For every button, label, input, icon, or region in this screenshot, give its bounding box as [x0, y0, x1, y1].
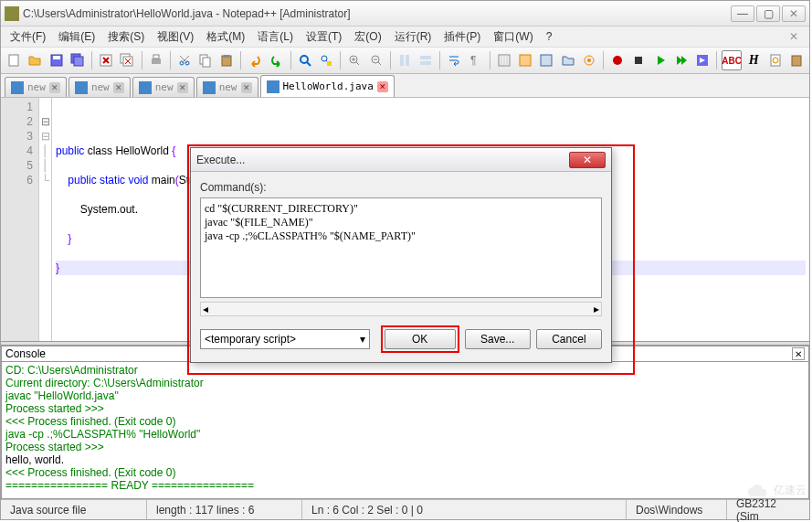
svg-rect-13: [203, 58, 210, 67]
tab-bar: new✕ new✕ new✕ new✕ HelloWorld.java✕: [1, 74, 809, 98]
svg-rect-27: [520, 55, 531, 66]
tab-close-icon[interactable]: ✕: [49, 82, 60, 93]
commands-textarea[interactable]: [200, 197, 602, 298]
clipboard-history-icon[interactable]: [787, 50, 806, 70]
menu-search[interactable]: 搜索(S): [102, 27, 150, 47]
ok-button[interactable]: OK: [385, 329, 456, 349]
dialog-titlebar[interactable]: Execute... ✕: [191, 148, 611, 172]
svg-rect-22: [406, 55, 409, 66]
file-icon: [75, 81, 88, 94]
menu-help[interactable]: ?: [541, 28, 558, 45]
console-output[interactable]: CD: C:\Users\Administrator Current direc…: [1, 362, 809, 499]
save-all-icon[interactable]: [69, 50, 87, 70]
undo-icon[interactable]: [246, 50, 264, 70]
zoom-in-icon[interactable]: [345, 50, 364, 70]
cut-icon[interactable]: [175, 50, 194, 70]
maximize-button[interactable]: ▢: [756, 5, 780, 22]
menu-edit[interactable]: 编辑(E): [53, 27, 100, 47]
print-icon[interactable]: [146, 50, 164, 70]
tab-close-icon[interactable]: ✕: [177, 82, 188, 93]
titlebar: C:\Users\Administrator\HelloWorld.java -…: [1, 1, 809, 27]
play-macro-icon[interactable]: [650, 50, 669, 70]
sync-v-icon[interactable]: [395, 50, 414, 70]
status-length: length : 117 lines : 6: [147, 500, 302, 519]
tab-close-icon[interactable]: ✕: [241, 82, 252, 93]
menu-settings[interactable]: 设置(T): [301, 27, 347, 47]
svg-rect-0: [9, 55, 18, 66]
find-icon[interactable]: [296, 50, 314, 70]
hidden-chars-icon[interactable]: ¶: [466, 50, 484, 70]
tab-new-1[interactable]: new✕: [5, 77, 67, 97]
svg-rect-4: [74, 57, 83, 66]
file-icon: [267, 80, 279, 93]
paste-icon[interactable]: [217, 50, 236, 70]
toolbar: ¶ ABC H: [1, 47, 809, 74]
play-multi-icon[interactable]: [672, 50, 691, 70]
file-icon: [203, 81, 216, 94]
tab-new-2[interactable]: new✕: [69, 77, 131, 97]
minimize-button[interactable]: —: [731, 5, 754, 22]
status-eol: Dos\Windows: [627, 500, 727, 519]
copy-icon[interactable]: [196, 50, 215, 70]
svg-point-31: [613, 56, 622, 65]
script-select[interactable]: <temporary script>▾: [200, 329, 370, 349]
menu-macro[interactable]: 宏(O): [349, 27, 386, 47]
svg-rect-23: [420, 56, 431, 59]
tab-helloworld[interactable]: HelloWorld.java✕: [260, 75, 395, 97]
indent-guide-icon[interactable]: [495, 50, 513, 70]
tab-close-icon[interactable]: ✕: [377, 81, 388, 92]
save-button[interactable]: Save...: [465, 329, 531, 349]
svg-rect-2: [53, 56, 60, 59]
record-macro-icon[interactable]: [608, 50, 627, 70]
commands-label: Command(s):: [200, 181, 602, 194]
svg-rect-28: [541, 55, 552, 66]
save-macro-icon[interactable]: [693, 50, 712, 70]
status-filetype: Java source file: [1, 500, 147, 519]
close-all-icon[interactable]: [118, 50, 136, 70]
textarea-scrollbar[interactable]: ◂▸: [200, 302, 602, 316]
monitor-icon[interactable]: [580, 50, 598, 70]
console-close-icon[interactable]: ✕: [792, 347, 805, 360]
spellcheck-icon[interactable]: ABC: [722, 50, 742, 70]
file-icon: [139, 81, 152, 94]
menu-language[interactable]: 语言(L): [252, 27, 299, 47]
new-file-icon[interactable]: [5, 50, 23, 70]
menu-close-icon[interactable]: ✕: [789, 30, 806, 43]
svg-rect-21: [400, 55, 404, 66]
zoom-out-icon[interactable]: [367, 50, 385, 70]
menu-plugins[interactable]: 插件(P): [438, 27, 486, 47]
close-file-icon[interactable]: [97, 50, 115, 70]
app-icon: [5, 6, 19, 21]
svg-rect-18: [327, 61, 332, 66]
scroll-past-icon[interactable]: [765, 50, 784, 70]
redo-icon[interactable]: [268, 50, 286, 70]
tab-new-4[interactable]: new✕: [196, 77, 258, 97]
dialog-close-button[interactable]: ✕: [569, 152, 606, 168]
open-folder-icon[interactable]: [26, 50, 44, 70]
line-number-gutter: 123456: [1, 98, 39, 341]
folder-panel-icon[interactable]: [558, 50, 576, 70]
menu-view[interactable]: 视图(V): [152, 27, 199, 47]
svg-rect-32: [635, 57, 642, 64]
fold-column[interactable]: ⊟⊟││└: [39, 98, 52, 341]
cancel-button[interactable]: Cancel: [536, 329, 602, 349]
tab-close-icon[interactable]: ✕: [113, 82, 124, 93]
svg-point-30: [587, 59, 591, 62]
save-icon[interactable]: [47, 50, 66, 70]
wrap-icon[interactable]: [445, 50, 463, 70]
menu-format[interactable]: 格式(M): [201, 27, 250, 47]
stop-macro-icon[interactable]: [629, 50, 648, 70]
menu-run[interactable]: 运行(R): [389, 27, 438, 47]
menu-window[interactable]: 窗口(W): [488, 27, 538, 47]
tab-new-3[interactable]: new✕: [132, 77, 195, 97]
menu-file[interactable]: 文件(F): [5, 27, 51, 47]
replace-icon[interactable]: [317, 50, 335, 70]
doc-map-icon[interactable]: [516, 50, 534, 70]
close-button[interactable]: ✕: [782, 5, 806, 22]
menu-bar: 文件(F) 编辑(E) 搜索(S) 视图(V) 格式(M) 语言(L) 设置(T…: [1, 27, 809, 47]
func-list-icon[interactable]: [537, 50, 555, 70]
bold-h-icon[interactable]: H: [744, 50, 763, 70]
status-bar: Java source file length : 117 lines : 6 …: [1, 499, 809, 519]
sync-h-icon[interactable]: [417, 50, 435, 70]
svg-rect-24: [420, 61, 431, 65]
